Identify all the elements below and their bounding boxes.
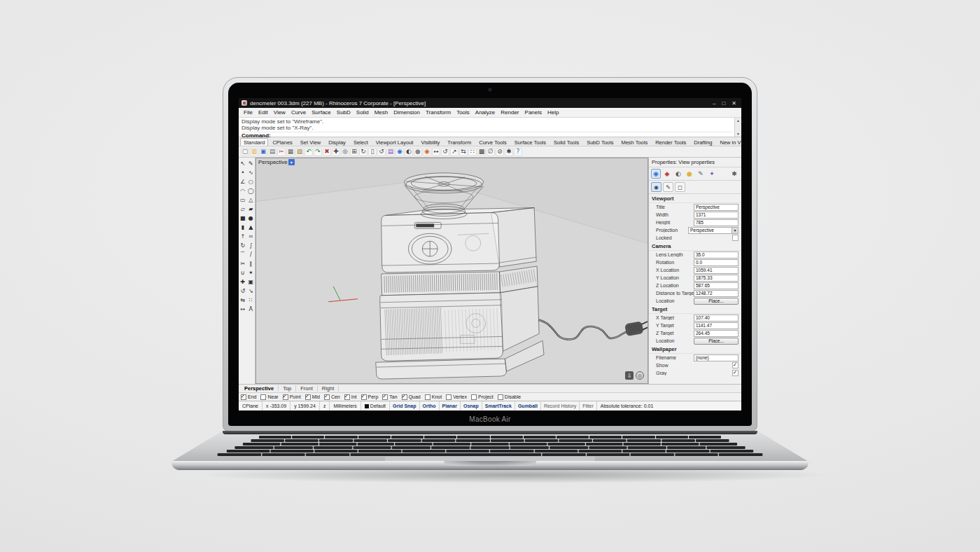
object-properties-icon[interactable]: ◉ — [396, 148, 404, 156]
dimension-icon[interactable]: ↔ — [239, 305, 247, 314]
save-icon[interactable]: ▣ — [259, 148, 267, 156]
menu-item[interactable]: Curve — [288, 109, 309, 116]
menu-item[interactable]: View — [271, 109, 288, 116]
cut-icon[interactable]: ✂ — [277, 148, 286, 156]
pan-icon[interactable]: ✚ — [332, 148, 340, 156]
fillet-icon[interactable]: ⌒ — [239, 250, 247, 259]
property-control[interactable] — [732, 362, 738, 368]
menu-item[interactable]: Analyze — [472, 109, 498, 116]
property-control[interactable]: (none) — [694, 354, 738, 361]
viewport-tab[interactable]: Front — [296, 385, 318, 392]
render-icon[interactable]: ◉ — [423, 148, 431, 156]
property-control[interactable]: 35.0 — [694, 251, 738, 258]
checkbox-icon[interactable] — [260, 394, 266, 400]
command-scrollbar[interactable]: ▲▼ — [734, 118, 741, 137]
cylinder-icon[interactable]: ▮ — [239, 223, 247, 232]
print-icon[interactable]: ▤ — [268, 148, 276, 156]
status-toggle[interactable]: Ortho — [420, 401, 440, 410]
scale-tool-icon[interactable]: ↘ — [247, 287, 255, 296]
menu-item[interactable]: Surface — [309, 109, 334, 116]
osnap-toggle[interactable]: Point — [283, 394, 301, 400]
undo-view-icon[interactable]: ↺ — [377, 148, 386, 156]
property-control[interactable]: 0.0 — [694, 259, 738, 266]
checkbox-icon[interactable] — [498, 394, 503, 400]
ellipse-icon[interactable]: ◯ — [247, 186, 255, 195]
array-icon[interactable]: ∷ — [468, 148, 477, 156]
property-control[interactable]: 264.45 — [694, 330, 738, 337]
surface-icon[interactable]: ▱ — [239, 205, 247, 214]
menu-item[interactable]: File — [241, 109, 255, 116]
osnap-toggle[interactable]: End — [241, 394, 256, 400]
layers-icon[interactable]: ▤ — [386, 148, 395, 156]
move-tool-icon[interactable]: ✚ — [239, 277, 247, 287]
viewport-perspective[interactable]: Perspective ▾ ⇩◎ — [255, 158, 648, 384]
circle-icon[interactable]: ○ — [247, 177, 255, 186]
property-control[interactable]: 1875.33 — [694, 275, 738, 282]
viewport-tab[interactable]: Right — [318, 385, 340, 392]
sphere-icon[interactable]: ● — [247, 214, 255, 223]
command-prompt[interactable]: Command: — [241, 132, 732, 139]
properties-tab-icon[interactable]: ◉ — [651, 169, 661, 179]
property-control[interactable]: 587.65 — [694, 282, 738, 289]
status-toggle[interactable]: SmartTrack — [482, 401, 515, 410]
point-icon[interactable]: • — [239, 168, 247, 177]
checkbox-icon[interactable] — [446, 394, 451, 400]
status-toggle[interactable]: Grid Snap — [390, 401, 419, 410]
checkbox-icon[interactable] — [402, 394, 407, 400]
display-mode-panel-icon[interactable]: ✎ — [663, 182, 673, 192]
copy-tool-icon[interactable]: ▣ — [247, 277, 255, 287]
help-icon[interactable]: ? — [514, 148, 522, 156]
menu-item[interactable]: Mesh — [372, 109, 391, 116]
property-control[interactable]: 1371 — [694, 212, 738, 219]
libraries-tab-icon[interactable]: ✦ — [707, 169, 717, 179]
mirror-tool-icon[interactable]: ⇆ — [239, 296, 247, 305]
rotate-tool-icon[interactable]: ↺ — [441, 148, 449, 156]
viewport-tab[interactable]: Top — [279, 385, 296, 392]
named-view-icon[interactable]: ▯ — [368, 148, 377, 156]
trim-icon[interactable]: ✂ — [239, 259, 247, 268]
property-control[interactable]: 107.40 — [694, 315, 738, 322]
selection-brush-icon[interactable]: ✎ — [247, 159, 255, 168]
rotate-2d-icon[interactable]: ↺ — [239, 287, 247, 296]
options-icon[interactable]: ✱ — [505, 148, 513, 156]
box-icon[interactable]: ■ — [239, 214, 247, 223]
scroll-up-icon[interactable]: ▲ — [736, 118, 740, 123]
zoom-extents-icon[interactable]: ◎ — [341, 148, 349, 156]
status-toggle[interactable]: Planar — [440, 401, 461, 410]
sweep-icon[interactable]: ∫ — [247, 241, 255, 250]
paste-icon[interactable]: ▧ — [295, 148, 304, 156]
rotate-view-icon[interactable]: ↻ — [359, 148, 368, 156]
property-control[interactable]: 1059.41 — [694, 267, 738, 274]
viewport-title[interactable]: Perspective — [258, 159, 288, 165]
chamfer-icon[interactable]: / — [247, 250, 255, 259]
menu-item[interactable]: Edit — [255, 109, 271, 116]
property-control[interactable]: 1248.72 — [694, 290, 738, 297]
osnap-toggle[interactable]: Cen — [324, 394, 340, 400]
wallpaper-panel-icon[interactable]: ◻ — [675, 182, 685, 192]
checkbox-icon[interactable] — [344, 394, 350, 400]
property-control[interactable]: 1141.47 — [694, 322, 738, 329]
viewport-tab[interactable]: Perspective — [240, 385, 279, 392]
checkbox-icon[interactable] — [382, 394, 388, 400]
property-control[interactable] — [732, 235, 738, 241]
cplane-button[interactable]: CPlane — [239, 401, 262, 410]
lock-icon[interactable]: ⊘ — [496, 148, 504, 156]
undo-icon[interactable]: ↶ — [304, 148, 313, 156]
rotate-widget-icon[interactable]: ◎ — [636, 371, 644, 380]
property-control[interactable]: Place... — [694, 298, 738, 305]
menu-item[interactable]: Help — [545, 109, 561, 116]
property-control[interactable]: Perspective — [688, 227, 738, 234]
plane-icon[interactable]: ▰ — [247, 205, 255, 214]
notes-tab-icon[interactable]: ✎ — [696, 169, 706, 179]
property-control[interactable]: Perspective — [694, 204, 738, 211]
osnap-toggle[interactable]: Disable — [498, 394, 521, 400]
close-button[interactable]: ✕ — [732, 100, 736, 106]
arc-icon[interactable]: ◠ — [239, 186, 247, 195]
select-icon[interactable]: ↖ — [239, 159, 247, 168]
polygon-icon[interactable]: △ — [247, 195, 255, 205]
osnap-toggle[interactable]: Tan — [382, 394, 397, 400]
minimize-button[interactable]: – — [713, 100, 715, 106]
cone-icon[interactable]: ▲ — [247, 223, 255, 232]
scroll-down-icon[interactable]: ▼ — [736, 132, 740, 136]
layers-tab-icon[interactable]: ◆ — [662, 169, 672, 179]
